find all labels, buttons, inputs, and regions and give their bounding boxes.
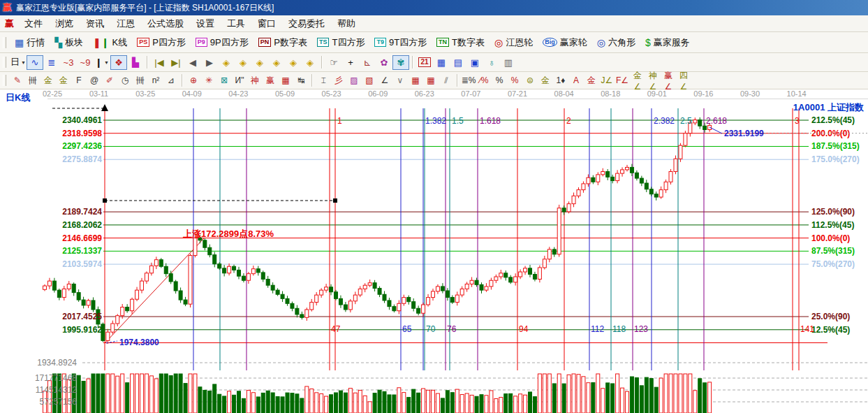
tool-button-percent-line[interactable]: % [507,74,522,87]
toolbar-button-quotes[interactable]: ▦行情 [10,34,50,51]
tool-button-pattern-mark[interactable]: ❖ [110,55,127,70]
tool-button-bars-3[interactable]: ~3 [60,55,77,70]
tool-button-crosshair-tool[interactable]: + [342,55,359,70]
tool-button-star-web[interactable]: ✳ [201,74,216,87]
tool-button-zoom-plus[interactable]: ◈ [285,55,302,70]
tool-button-spiral[interactable]: @ [87,74,102,87]
tool-button-ying-angle[interactable]: 赢∠ [661,74,676,87]
title-bar[interactable]: 赢 赢家江恩专业版[赢家内部服务平台] - [上证指数 SH1A0001-167… [0,0,868,15]
tool-button-time-clock[interactable]: ◷ [117,74,133,87]
menu-item-9[interactable]: 帮助 [331,15,362,32]
tool-button-spiral-tool[interactable]: ✾ [392,55,409,70]
tool-button-price-levels[interactable]: ≣% [461,74,476,87]
menu-item-0[interactable]: 文件 [18,15,49,32]
tool-button-scroll-left[interactable]: ◀ [184,55,201,70]
tool-button-hand-tool[interactable]: ☞ [325,55,342,70]
tool-button-wave-a[interactable]: A [568,74,584,87]
tool-button-protractor-tool[interactable]: ⊾ [359,55,376,70]
tool-button-save[interactable]: ▣ [466,55,483,70]
toolbar-grip[interactable] [3,75,6,86]
tool-button-red-marker[interactable]: ✐ [102,74,117,87]
tool-button-boxed-fan[interactable]: ▨ [346,74,362,87]
tool-button-gann-grid[interactable]: 卌 [25,74,41,87]
tool-button-gann-pen[interactable]: ✎ [10,74,25,87]
menu-item-4[interactable]: 公式选股 [141,15,190,32]
tool-button-bars-9[interactable]: ~9 [77,55,94,70]
toolbar-button-p-number-table[interactable]: PNP数字表 [253,34,312,51]
tool-button-jump-end[interactable]: ▶| [168,55,184,70]
toolbar-button-t-number-table[interactable]: TNT数字表 [432,34,490,51]
toolbar-button-t-square[interactable]: TST四方形 [312,34,369,51]
tool-button-download-data[interactable]: ♁ [483,55,500,70]
tool-button-price-frame[interactable]: ⌶ [316,74,331,87]
tool-button-red-grid-2[interactable]: ▦ [423,74,439,87]
tool-button-gold-red[interactable]: 金 [584,74,599,87]
tool-button-grid-123[interactable]: ▦ [278,74,293,87]
toolbar-button-sectors[interactable]: ▚板块 [50,34,88,51]
tool-button-four-angle[interactable]: 四∠ [676,74,691,87]
tool-button-slash-lines[interactable]: ⫽ [439,74,454,87]
tool-button-one-diamond[interactable]: 1♦ [553,74,568,87]
toolbar-button-winner-wheel[interactable]: Big赢家轮 [538,34,592,51]
tool-button-pan-mode[interactable]: ∿ [27,55,43,70]
tool-button-notes[interactable]: ▤ [450,55,466,70]
tool-button-f-angle[interactable]: F∠ [615,74,630,87]
tool-button-boxed-web[interactable]: ⊠ [216,74,232,87]
tool-button-gold-ratio-1[interactable]: 金 [41,74,56,87]
toolbar-button-p-square[interactable]: PSP四方形 [132,34,191,51]
tool-button-ying-grid[interactable]: 赢 [263,74,278,87]
menu-item-5[interactable]: 设置 [190,15,221,32]
tool-button-scroll-right[interactable]: ▶ [201,55,218,70]
tool-button-boxed-net[interactable]: ▧ [362,74,377,87]
tool-button-angle-a[interactable]: ⊿ [163,74,179,87]
tool-button-zoom-diagonal[interactable]: ◈ [268,55,285,70]
tool-button-span-measure[interactable]: ↹ [293,74,309,87]
tool-button-gold-line[interactable]: 金 [538,74,553,87]
tool-button-circle-cross[interactable]: ⊕ [186,74,201,87]
tool-button-calculator[interactable]: ▦ [433,55,450,70]
tool-button-angle-lines[interactable]: ∠ [377,74,392,87]
menu-item-3[interactable]: 江恩 [110,15,141,32]
tool-button-percent[interactable]: % [492,74,507,87]
tool-button-zoom-right[interactable]: ◈ [235,55,251,70]
toolbar-button-9t-square[interactable]: T99T四方形 [369,34,432,51]
tool-button-zoom-all[interactable]: ◈ [302,55,318,70]
toolbar-button-gann-wheel[interactable]: ◎江恩轮 [490,34,538,51]
tool-button-zoom-left[interactable]: ◈ [218,55,235,70]
tool-button-fib-grid[interactable]: F [71,74,87,87]
menu-item-6[interactable]: 工具 [221,15,251,32]
tool-button-zoom-horizontal[interactable]: ◈ [251,55,268,70]
menu-item-1[interactable]: 浏览 [49,15,80,32]
tool-button-calendar-21[interactable]: 21 [416,55,433,70]
tool-button-v-lines[interactable]: ∨ [392,74,408,87]
tool-button-gold-circle[interactable]: ⊜ [522,74,538,87]
toolbar-grip[interactable] [3,37,6,48]
menu-item-7[interactable]: 窗口 [251,15,282,32]
tool-button-shen-angle[interactable]: 神∠ [645,74,661,87]
tool-button-ray-fan[interactable]: 彡 [331,74,346,87]
toolbar-button-9p-square[interactable]: P99P四方形 [191,34,253,51]
tool-button-gold-angle[interactable]: 金∠ [630,74,645,87]
toolbar-grip[interactable] [3,57,6,68]
tool-button-info-panel[interactable]: ≣ [43,55,60,70]
toolbar-button-hexagon[interactable]: ◎六角形 [592,34,640,51]
toolbar-button-kline[interactable]: ❚❙K线 [88,34,132,51]
tool-button-red-grid-1[interactable]: ▦ [408,74,423,87]
tool-button-jump-start[interactable]: |◀ [151,55,168,70]
menu-item-8[interactable]: 交易委托 [282,15,331,32]
tool-button-gold-ratio-2[interactable]: 金 [56,74,71,87]
tool-button-n-square[interactable]: n² [148,74,163,87]
tool-button-period-day[interactable]: 日▼ [10,55,27,70]
tool-button-grid-2[interactable]: 卌 [133,74,148,87]
toolbar-button-winner-service[interactable]: $赢家服务 [640,34,695,51]
tool-button-shen-grid[interactable]: 神 [247,74,263,87]
tool-button-flower-tool[interactable]: ✿ [376,55,392,70]
tool-button-candle-style[interactable]: ❙▼ [94,55,110,70]
tool-button-j-angle[interactable]: J∠ [599,74,615,87]
menu-item-2[interactable]: 资讯 [80,15,110,32]
tool-button-remote-pc[interactable]: ▥ [500,55,517,70]
tool-button-volume-profile[interactable]: ▙ [127,55,144,70]
kline-chart-canvas[interactable]: 02-2503-1103-2504-0904-2305-0905-2306-09… [0,89,868,413]
tool-button-n-mark[interactable]: И" [232,74,247,87]
tool-button-percent-change[interactable]: ∕% [476,74,492,87]
